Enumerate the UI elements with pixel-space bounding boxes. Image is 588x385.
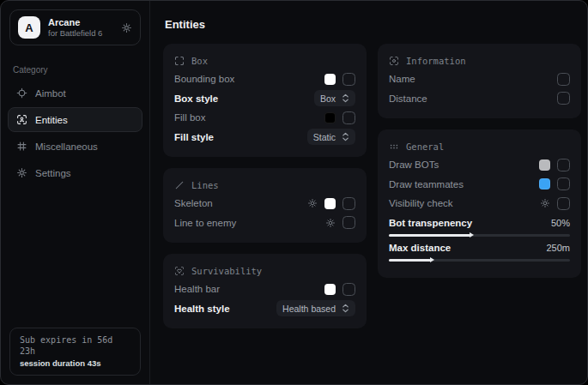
gear-icon[interactable] bbox=[540, 198, 550, 208]
page-title: Entities bbox=[165, 18, 574, 31]
sidebar: A Arcane for Battlefield 6 Category bbox=[1, 1, 150, 384]
setting-label: Max distance bbox=[389, 243, 451, 253]
grid-dots-icon bbox=[389, 141, 399, 152]
category-label: Category bbox=[13, 65, 137, 75]
slider-value: 50% bbox=[551, 218, 570, 228]
bot-transparency-slider[interactable] bbox=[389, 234, 570, 237]
heart-scan-icon bbox=[174, 266, 185, 276]
select-value: Static bbox=[313, 132, 336, 142]
scan-brackets-icon bbox=[174, 56, 185, 66]
right-column: Information Name Distance bbox=[378, 44, 581, 278]
select-value: Health based bbox=[282, 304, 336, 314]
app-window: A Arcane for Battlefield 6 Category bbox=[0, 0, 588, 385]
account-subtitle: for Battlefield 6 bbox=[48, 29, 102, 38]
sidebar-item-label: Settings bbox=[35, 168, 71, 178]
avatar: A bbox=[18, 16, 40, 39]
setting-row-skeleton: Skeleton bbox=[174, 194, 355, 214]
color-swatch[interactable] bbox=[324, 112, 336, 123]
panel-box: Box Bounding box Box style Box bbox=[163, 44, 367, 157]
color-swatch[interactable] bbox=[324, 198, 336, 209]
gear-icon[interactable] bbox=[121, 22, 132, 33]
panel-header: Survivability bbox=[174, 262, 355, 280]
slider-fill bbox=[389, 234, 470, 237]
checkbox[interactable] bbox=[342, 197, 355, 210]
checkbox[interactable] bbox=[557, 92, 570, 105]
entity-scan-icon bbox=[16, 114, 27, 125]
setting-label: Draw BOTs bbox=[389, 159, 439, 170]
chevron-up-down-icon bbox=[342, 93, 349, 103]
max-distance-slider[interactable] bbox=[389, 259, 570, 262]
main-content: Entities Box Bounding box bbox=[150, 1, 587, 384]
chevron-up-down-icon bbox=[342, 132, 349, 141]
sidebar-nav: Aimbot Entities Miscellaneous bbox=[8, 81, 142, 185]
checkbox[interactable] bbox=[557, 159, 570, 171]
setting-row-distance: Distance bbox=[389, 89, 570, 109]
checkbox[interactable] bbox=[342, 73, 355, 86]
fill-style-select[interactable]: Static bbox=[307, 129, 355, 145]
box-style-select[interactable]: Box bbox=[314, 90, 355, 106]
panel-header: Information bbox=[389, 52, 570, 69]
setting-label: Name bbox=[389, 74, 415, 84]
sidebar-item-entities[interactable]: Entities bbox=[8, 107, 142, 132]
gear-icon bbox=[16, 167, 27, 178]
sidebar-item-label: Miscellaneous bbox=[35, 141, 98, 152]
gear-icon[interactable] bbox=[325, 218, 336, 228]
panel-title: Survivability bbox=[191, 266, 262, 276]
checkbox[interactable] bbox=[342, 283, 355, 296]
setting-row-fill-box: Fill box bbox=[174, 108, 355, 128]
setting-label: Bounding box bbox=[174, 74, 234, 84]
setting-row-name: Name bbox=[389, 69, 570, 89]
diagonal-line-icon bbox=[174, 180, 185, 190]
setting-label: Fill box bbox=[174, 112, 205, 123]
setting-row-line-to-enemy: Line to enemy bbox=[174, 214, 355, 233]
setting-label: Health bar bbox=[174, 284, 220, 294]
subscription-card: Sub expires in 56d 23h session duration … bbox=[9, 328, 141, 376]
color-swatch[interactable] bbox=[539, 178, 550, 189]
setting-label: Distance bbox=[389, 93, 427, 104]
sidebar-item-label: Aimbot bbox=[35, 88, 66, 99]
gear-icon[interactable] bbox=[307, 198, 318, 208]
panel-information: Information Name Distance bbox=[378, 44, 581, 118]
setting-label: Skeleton bbox=[174, 198, 213, 208]
panel-header: Box bbox=[174, 52, 355, 69]
checkbox[interactable] bbox=[342, 216, 355, 229]
panel-title: Box bbox=[191, 56, 208, 66]
panel-survivability: Survivability Health bar Health style He… bbox=[163, 254, 367, 328]
setting-row-bounding-box: Bounding box bbox=[174, 69, 355, 89]
panel-header: General bbox=[389, 138, 570, 155]
setting-label: Line to enemy bbox=[174, 218, 236, 228]
color-swatch[interactable] bbox=[324, 74, 336, 85]
sidebar-item-settings[interactable]: Settings bbox=[8, 160, 142, 185]
slider-fill bbox=[389, 259, 431, 262]
checkbox[interactable] bbox=[557, 197, 570, 210]
crosshair-icon bbox=[16, 87, 27, 99]
sidebar-item-miscellaneous[interactable]: Miscellaneous bbox=[8, 134, 142, 159]
chevron-up-down-icon bbox=[342, 304, 349, 313]
setting-label: Fill style bbox=[174, 132, 214, 142]
setting-row-health-style: Health style Health based bbox=[174, 299, 355, 319]
sidebar-item-aimbot[interactable]: Aimbot bbox=[8, 81, 142, 105]
color-swatch[interactable] bbox=[324, 284, 336, 295]
checkbox[interactable] bbox=[342, 111, 355, 124]
slider-value: 250m bbox=[546, 243, 570, 253]
checkbox[interactable] bbox=[557, 177, 570, 190]
setting-label: Draw teammates bbox=[389, 179, 464, 189]
checkbox[interactable] bbox=[557, 73, 570, 86]
left-column: Box Bounding box Box style Box bbox=[163, 44, 367, 328]
setting-row-bot-transparency: Bot transpenency 50% bbox=[389, 218, 570, 237]
setting-label: Health style bbox=[174, 304, 230, 314]
panel-title: Lines bbox=[191, 180, 219, 190]
setting-label: Visibility check bbox=[389, 198, 453, 208]
setting-label: Bot transpenency bbox=[389, 218, 472, 228]
account-card: A Arcane for Battlefield 6 bbox=[9, 9, 141, 45]
setting-row-health-bar: Health bar bbox=[174, 280, 355, 299]
setting-row-max-distance: Max distance 250m bbox=[389, 243, 570, 262]
color-swatch[interactable] bbox=[539, 159, 550, 171]
sub-expiry-text: Sub expires in 56d 23h bbox=[20, 334, 130, 357]
setting-row-draw-bots: Draw BOTs bbox=[389, 155, 570, 175]
setting-row-visibility-check: Visibility check bbox=[389, 194, 570, 214]
setting-row-draw-teammates: Draw teammates bbox=[389, 175, 570, 195]
session-duration-text: session duration 43s bbox=[20, 358, 130, 368]
select-value: Box bbox=[320, 93, 336, 104]
health-style-select[interactable]: Health based bbox=[276, 300, 355, 316]
